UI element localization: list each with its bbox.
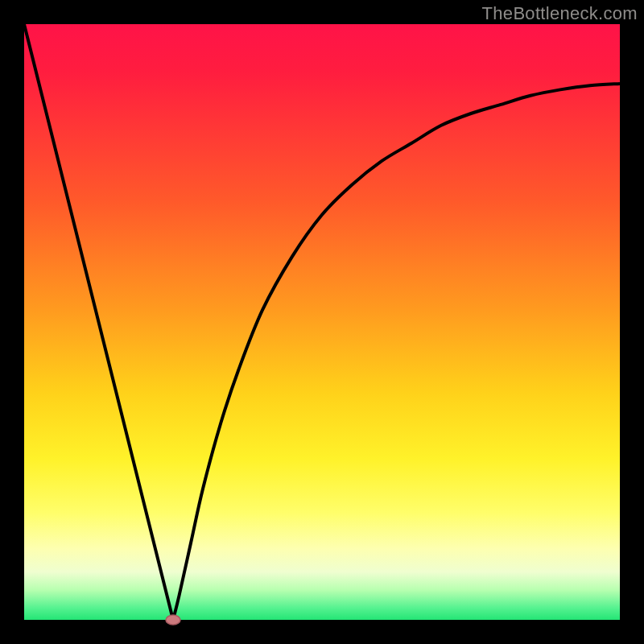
plot-area: [24, 24, 620, 620]
chart-frame: TheBottleneck.com: [0, 0, 644, 644]
bottleneck-curve: [24, 24, 620, 620]
curve-layer: [24, 24, 620, 620]
watermark-text: TheBottleneck.com: [482, 3, 638, 24]
minimum-marker: [166, 615, 180, 625]
